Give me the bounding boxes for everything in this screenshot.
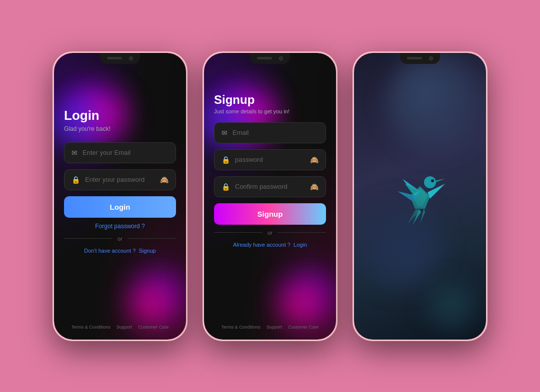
login-divider: or: [64, 236, 176, 242]
login-title: Login: [64, 108, 176, 123]
login-link-container: Already have account ? Login: [214, 242, 326, 248]
lock-icon: 🔒: [72, 176, 80, 184]
lock-icon-2: 🔒: [222, 156, 230, 164]
email-placeholder: Enter your Email: [82, 149, 168, 156]
svg-point-1: [424, 176, 436, 188]
eye-icon[interactable]: 🙈: [160, 176, 168, 184]
customer-care-link[interactable]: Customer Care: [138, 325, 168, 330]
support-link-2[interactable]: Support: [266, 325, 282, 330]
login-header: Login Glad you're back!: [64, 108, 176, 132]
signup-divider: or: [214, 230, 326, 236]
divider-line-left-2: [214, 232, 262, 233]
divider-line-right: [128, 238, 176, 239]
camera-2: [279, 56, 283, 60]
blob-bottom-pink-2: [281, 285, 321, 325]
email-icon: ✉: [72, 149, 78, 157]
eye-icon-2[interactable]: 🙈: [310, 156, 318, 164]
divider-line-right-2: [278, 232, 326, 233]
email-field[interactable]: ✉ Enter your Email: [64, 142, 176, 163]
password-placeholder: Enter your password: [85, 176, 155, 183]
divider-text-2: or: [268, 230, 272, 236]
eye-icon-3[interactable]: 🙈: [310, 183, 318, 191]
signup-header: Signup Just some details to get you in!: [214, 93, 326, 114]
login-button[interactable]: Login: [64, 196, 176, 218]
password-field[interactable]: 🔒 Enter your password 🙈: [64, 169, 176, 190]
login-link[interactable]: Login: [294, 242, 307, 248]
wallpaper-screen: [354, 53, 486, 340]
terms-link[interactable]: Terms & Conditions: [72, 325, 110, 330]
signup-subtitle: Just some details to get you in!: [214, 108, 326, 114]
signup-screen: Signup Just some details to get you in! …: [204, 53, 336, 340]
confirm-password-field[interactable]: 🔒 Confirm password 🙈: [214, 176, 326, 197]
speaker-3: [407, 57, 422, 59]
phone-login: Login Glad you're back! ✉ Enter your Ema…: [52, 51, 188, 341]
notch-login: [100, 53, 140, 64]
blob-bottom-pink: [131, 285, 171, 325]
wallpaper-blob-1: [386, 53, 486, 153]
camera-3: [429, 56, 433, 60]
divider-line-left: [64, 238, 112, 239]
confirm-password-placeholder: Confirm password: [235, 183, 305, 190]
customer-care-link-2[interactable]: Customer Care: [288, 325, 318, 330]
email-icon-2: ✉: [222, 129, 228, 137]
support-link[interactable]: Support: [116, 325, 132, 330]
signup-password-placeholder: password: [235, 156, 305, 163]
notch-wallpaper: [400, 53, 440, 64]
divider-text: or: [118, 236, 122, 242]
speaker-2: [257, 57, 272, 59]
speaker: [107, 57, 122, 59]
terms-link-2[interactable]: Terms & Conditions: [222, 325, 260, 330]
signup-link-container: Don't have account ? Signup: [64, 248, 176, 254]
svg-point-2: [431, 179, 434, 182]
signup-link[interactable]: Signup: [138, 248, 156, 254]
no-account-text: Don't have account ?: [84, 248, 136, 254]
signup-email-field[interactable]: ✉ Email: [214, 122, 326, 143]
signup-title: Signup: [214, 93, 326, 107]
svg-marker-3: [436, 179, 445, 182]
signup-button[interactable]: Signup: [214, 203, 326, 225]
signup-email-placeholder: Email: [232, 129, 318, 136]
lock-icon-3: 🔒: [222, 183, 230, 191]
phone-wallpaper: [352, 51, 488, 341]
forgot-password-link[interactable]: Forgot password ?: [64, 223, 176, 230]
signup-password-field[interactable]: 🔒 password 🙈: [214, 149, 326, 170]
login-screen: Login Glad you're back! ✉ Enter your Ema…: [54, 53, 186, 340]
camera: [129, 56, 133, 60]
login-footer: Terms & Conditions Support Customer Care: [64, 325, 176, 330]
login-subtitle: Glad you're back!: [64, 125, 176, 132]
signup-footer: Terms & Conditions Support Customer Care: [214, 325, 326, 330]
phone-signup: Signup Just some details to get you in! …: [202, 51, 338, 341]
notch-signup: [250, 53, 290, 64]
have-account-text: Already have account ?: [233, 242, 290, 248]
wallpaper-blob-3: [416, 270, 486, 340]
